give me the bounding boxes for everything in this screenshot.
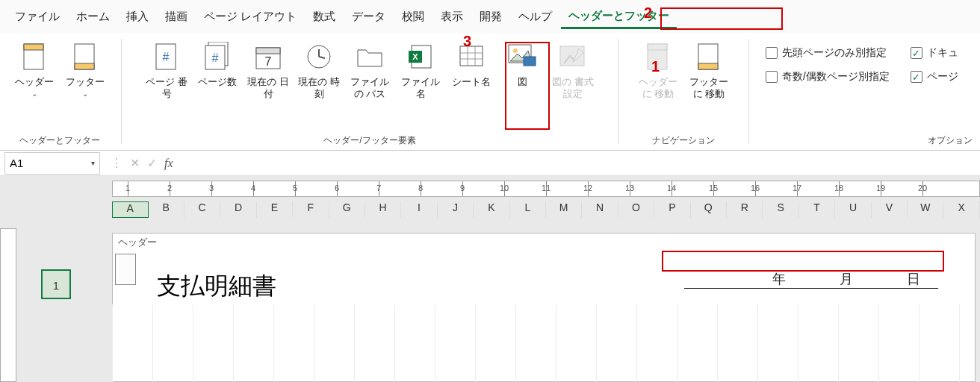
menu-help[interactable]: ヘルプ [511, 5, 559, 28]
menu-insert[interactable]: 挿入 [119, 5, 156, 28]
column-header-G[interactable]: G [329, 201, 365, 218]
checkbox-icon[interactable] [911, 71, 922, 83]
checkbox-icon[interactable] [766, 71, 778, 83]
svg-point-24 [513, 48, 518, 53]
column-header-H[interactable]: H [365, 201, 401, 218]
column-header-O[interactable]: O [618, 201, 654, 218]
header-button-label: ヘッダー [15, 76, 54, 88]
goto-footer-button[interactable]: フッターに 移動 [685, 36, 733, 127]
ruler-mark: 1 [125, 184, 130, 192]
file-path-button[interactable]: ファイルの パス [346, 36, 394, 127]
ruler-mark: 18 [834, 184, 843, 192]
page-count-button[interactable]: # ページ数 [193, 36, 241, 127]
fx-icon[interactable]: fx [164, 157, 173, 170]
picture-format-label: 図の 書式設定 [549, 76, 597, 101]
column-header-R[interactable]: R [727, 201, 763, 218]
ribbon-separator [121, 39, 122, 144]
file-name-label: ファイル名 [397, 76, 444, 101]
column-header-F[interactable]: F [293, 201, 329, 218]
footer-icon [70, 42, 100, 72]
footer-button-label: フッター [66, 76, 105, 88]
cancel-icon[interactable]: ✕ [130, 156, 140, 170]
column-header-Q[interactable]: Q [691, 201, 727, 218]
menu-developer[interactable]: 開発 [472, 5, 509, 28]
confirm-icon[interactable]: ✓ [147, 156, 157, 170]
date-underline [684, 288, 938, 289]
column-header-T[interactable]: T [799, 201, 835, 218]
goto-header-button: ヘッダーに 移動 [634, 36, 682, 127]
column-header-J[interactable]: J [438, 201, 474, 218]
current-date-button[interactable]: 7 現在の 日付 [244, 36, 292, 127]
callout-1: 1 [651, 58, 660, 75]
row-header-1[interactable]: 1 [41, 269, 71, 299]
option-align-page-margins[interactable]: ページ [911, 70, 958, 84]
picture-button[interactable]: 図 [498, 36, 546, 127]
column-header-U[interactable]: U [835, 201, 871, 218]
menu-home[interactable]: ホーム [69, 5, 117, 28]
column-header-S[interactable]: S [763, 201, 798, 218]
column-header-N[interactable]: N [582, 201, 618, 218]
footer-button[interactable]: フッター ⌄ [61, 36, 109, 127]
column-header-B[interactable]: B [149, 201, 184, 218]
picture-label: 図 [518, 76, 527, 88]
menu-formulas[interactable]: 数式 [306, 5, 343, 28]
ruler-mark: 11 [542, 184, 551, 192]
page-number-icon: # [152, 42, 182, 72]
column-header-C[interactable]: C [184, 201, 220, 218]
header-area-label: ヘッダー [118, 236, 157, 249]
header-left-section[interactable] [115, 254, 136, 285]
column-header-D[interactable]: D [220, 201, 256, 218]
checkbox-icon[interactable] [911, 47, 922, 59]
svg-rect-10 [256, 48, 280, 54]
goto-footer-label: フッターに 移動 [685, 76, 733, 101]
column-header-K[interactable]: K [474, 201, 509, 218]
column-header-E[interactable]: E [257, 201, 293, 218]
separator-icon: ⋮ [111, 156, 122, 170]
ribbon-group-options: 先頭ページのみ別指定 奇数/偶数ページ別指定 ドキュ ページ オプション [751, 33, 980, 150]
ruler-mark: 3 [209, 184, 214, 192]
goto-footer-icon [694, 42, 724, 72]
menu-file[interactable]: ファイル [7, 5, 67, 28]
goto-header-label: ヘッダーに 移動 [634, 76, 682, 101]
column-header-V[interactable]: V [872, 201, 908, 218]
menu-pagelayout[interactable]: ページ レイアウト [196, 5, 304, 28]
folder-icon [355, 42, 385, 72]
formula-input[interactable] [173, 152, 980, 175]
column-header-M[interactable]: M [546, 201, 582, 218]
option-odd-even-different[interactable]: 奇数/偶数ページ別指定 [766, 70, 890, 84]
page-count-label: ページ数 [198, 76, 237, 88]
chevron-down-icon[interactable]: ▾ [91, 159, 95, 167]
menu-data[interactable]: データ [344, 5, 393, 28]
option-scale-with-doc[interactable]: ドキュ [911, 46, 958, 60]
menu-draw[interactable]: 描画 [158, 5, 195, 28]
column-header-I[interactable]: I [401, 201, 437, 218]
column-header-P[interactable]: P [654, 201, 690, 218]
column-header-W[interactable]: W [908, 201, 943, 218]
name-box-value: A1 [10, 157, 23, 169]
current-date-label: 現在の 日付 [244, 76, 292, 101]
callout-2: 2 [644, 4, 652, 22]
file-name-button[interactable]: X ファイル名 [397, 36, 444, 127]
column-header-A[interactable]: A [112, 201, 149, 218]
menu-view[interactable]: 表示 [433, 5, 471, 28]
option-label: 奇数/偶数ページ別指定 [782, 70, 890, 84]
current-time-button[interactable]: 現在の 時刻 [295, 36, 343, 127]
menu-header-footer[interactable]: ヘッダーとフッター [561, 4, 677, 29]
column-header-L[interactable]: L [510, 201, 546, 218]
ruler-mark: 15 [709, 184, 718, 192]
name-box[interactable]: A1 ▾ [4, 152, 100, 175]
excel-file-icon: X [406, 42, 435, 72]
date-month-label: 月 [840, 270, 853, 288]
menu-review[interactable]: 校閲 [394, 5, 432, 28]
ruler-mark: 5 [293, 184, 297, 192]
svg-text:#: # [163, 51, 170, 63]
svg-text:#: # [212, 51, 219, 64]
column-header-X[interactable]: X [943, 201, 979, 218]
ribbon-separator [618, 39, 618, 144]
page-number-button[interactable]: # ページ 番号 [143, 36, 190, 127]
header-button[interactable]: ヘッダー ⌄ [10, 36, 58, 127]
option-first-page-different[interactable]: 先頭ページのみ別指定 [766, 46, 890, 60]
checkbox-icon[interactable] [766, 47, 778, 59]
option-label: ページ [927, 70, 958, 84]
sheet-name-label: シート名 [452, 76, 491, 88]
